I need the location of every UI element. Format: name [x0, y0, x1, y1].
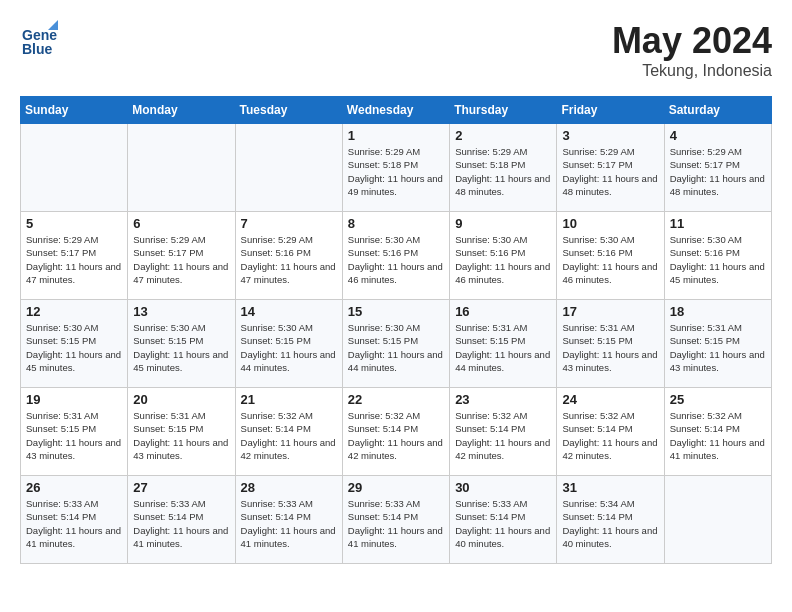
- calendar-cell: 7Sunrise: 5:29 AM Sunset: 5:16 PM Daylig…: [235, 212, 342, 300]
- day-number: 11: [670, 216, 766, 231]
- calendar-cell: 3Sunrise: 5:29 AM Sunset: 5:17 PM Daylig…: [557, 124, 664, 212]
- day-number: 7: [241, 216, 337, 231]
- day-number: 17: [562, 304, 658, 319]
- day-info: Sunrise: 5:29 AM Sunset: 5:17 PM Dayligh…: [562, 145, 658, 198]
- header-cell-tuesday: Tuesday: [235, 97, 342, 124]
- day-number: 21: [241, 392, 337, 407]
- day-info: Sunrise: 5:32 AM Sunset: 5:14 PM Dayligh…: [348, 409, 444, 462]
- day-info: Sunrise: 5:29 AM Sunset: 5:18 PM Dayligh…: [455, 145, 551, 198]
- day-info: Sunrise: 5:31 AM Sunset: 5:15 PM Dayligh…: [26, 409, 122, 462]
- day-info: Sunrise: 5:33 AM Sunset: 5:14 PM Dayligh…: [26, 497, 122, 550]
- location: Tekung, Indonesia: [612, 62, 772, 80]
- day-number: 18: [670, 304, 766, 319]
- day-info: Sunrise: 5:30 AM Sunset: 5:15 PM Dayligh…: [133, 321, 229, 374]
- day-info: Sunrise: 5:29 AM Sunset: 5:17 PM Dayligh…: [133, 233, 229, 286]
- title-block: May 2024 Tekung, Indonesia: [612, 20, 772, 80]
- logo-icon: General Blue: [20, 20, 58, 58]
- calendar-cell: 20Sunrise: 5:31 AM Sunset: 5:15 PM Dayli…: [128, 388, 235, 476]
- day-number: 26: [26, 480, 122, 495]
- day-number: 30: [455, 480, 551, 495]
- calendar-week-1: 1Sunrise: 5:29 AM Sunset: 5:18 PM Daylig…: [21, 124, 772, 212]
- day-info: Sunrise: 5:30 AM Sunset: 5:16 PM Dayligh…: [670, 233, 766, 286]
- day-info: Sunrise: 5:33 AM Sunset: 5:14 PM Dayligh…: [241, 497, 337, 550]
- day-info: Sunrise: 5:29 AM Sunset: 5:17 PM Dayligh…: [670, 145, 766, 198]
- calendar-cell: 6Sunrise: 5:29 AM Sunset: 5:17 PM Daylig…: [128, 212, 235, 300]
- calendar-cell: 11Sunrise: 5:30 AM Sunset: 5:16 PM Dayli…: [664, 212, 771, 300]
- day-info: Sunrise: 5:30 AM Sunset: 5:16 PM Dayligh…: [562, 233, 658, 286]
- calendar-cell: 14Sunrise: 5:30 AM Sunset: 5:15 PM Dayli…: [235, 300, 342, 388]
- day-info: Sunrise: 5:29 AM Sunset: 5:16 PM Dayligh…: [241, 233, 337, 286]
- day-number: 16: [455, 304, 551, 319]
- calendar-cell: 5Sunrise: 5:29 AM Sunset: 5:17 PM Daylig…: [21, 212, 128, 300]
- day-number: 22: [348, 392, 444, 407]
- calendar-cell: 24Sunrise: 5:32 AM Sunset: 5:14 PM Dayli…: [557, 388, 664, 476]
- day-info: Sunrise: 5:33 AM Sunset: 5:14 PM Dayligh…: [455, 497, 551, 550]
- day-number: 25: [670, 392, 766, 407]
- day-number: 9: [455, 216, 551, 231]
- page-header: General Blue May 2024 Tekung, Indonesia: [20, 20, 772, 80]
- day-number: 4: [670, 128, 766, 143]
- day-info: Sunrise: 5:30 AM Sunset: 5:15 PM Dayligh…: [241, 321, 337, 374]
- calendar-cell: 13Sunrise: 5:30 AM Sunset: 5:15 PM Dayli…: [128, 300, 235, 388]
- calendar-cell: 18Sunrise: 5:31 AM Sunset: 5:15 PM Dayli…: [664, 300, 771, 388]
- calendar-cell: 23Sunrise: 5:32 AM Sunset: 5:14 PM Dayli…: [450, 388, 557, 476]
- calendar-cell: 4Sunrise: 5:29 AM Sunset: 5:17 PM Daylig…: [664, 124, 771, 212]
- day-info: Sunrise: 5:34 AM Sunset: 5:14 PM Dayligh…: [562, 497, 658, 550]
- day-number: 20: [133, 392, 229, 407]
- day-info: Sunrise: 5:32 AM Sunset: 5:14 PM Dayligh…: [241, 409, 337, 462]
- calendar-cell: 9Sunrise: 5:30 AM Sunset: 5:16 PM Daylig…: [450, 212, 557, 300]
- calendar-cell: 28Sunrise: 5:33 AM Sunset: 5:14 PM Dayli…: [235, 476, 342, 564]
- day-number: 29: [348, 480, 444, 495]
- day-number: 28: [241, 480, 337, 495]
- day-info: Sunrise: 5:30 AM Sunset: 5:15 PM Dayligh…: [348, 321, 444, 374]
- day-number: 23: [455, 392, 551, 407]
- day-number: 31: [562, 480, 658, 495]
- day-info: Sunrise: 5:30 AM Sunset: 5:15 PM Dayligh…: [26, 321, 122, 374]
- day-info: Sunrise: 5:32 AM Sunset: 5:14 PM Dayligh…: [670, 409, 766, 462]
- day-info: Sunrise: 5:31 AM Sunset: 5:15 PM Dayligh…: [455, 321, 551, 374]
- calendar-cell: [664, 476, 771, 564]
- calendar-cell: 29Sunrise: 5:33 AM Sunset: 5:14 PM Dayli…: [342, 476, 449, 564]
- calendar-cell: 30Sunrise: 5:33 AM Sunset: 5:14 PM Dayli…: [450, 476, 557, 564]
- day-info: Sunrise: 5:30 AM Sunset: 5:16 PM Dayligh…: [348, 233, 444, 286]
- calendar-cell: [128, 124, 235, 212]
- header-cell-sunday: Sunday: [21, 97, 128, 124]
- calendar-cell: 25Sunrise: 5:32 AM Sunset: 5:14 PM Dayli…: [664, 388, 771, 476]
- day-info: Sunrise: 5:29 AM Sunset: 5:17 PM Dayligh…: [26, 233, 122, 286]
- day-number: 27: [133, 480, 229, 495]
- logo: General Blue: [20, 20, 62, 58]
- day-info: Sunrise: 5:30 AM Sunset: 5:16 PM Dayligh…: [455, 233, 551, 286]
- day-number: 19: [26, 392, 122, 407]
- calendar-cell: 10Sunrise: 5:30 AM Sunset: 5:16 PM Dayli…: [557, 212, 664, 300]
- header-cell-friday: Friday: [557, 97, 664, 124]
- day-info: Sunrise: 5:29 AM Sunset: 5:18 PM Dayligh…: [348, 145, 444, 198]
- calendar-cell: 27Sunrise: 5:33 AM Sunset: 5:14 PM Dayli…: [128, 476, 235, 564]
- calendar-week-5: 26Sunrise: 5:33 AM Sunset: 5:14 PM Dayli…: [21, 476, 772, 564]
- day-number: 2: [455, 128, 551, 143]
- calendar-week-2: 5Sunrise: 5:29 AM Sunset: 5:17 PM Daylig…: [21, 212, 772, 300]
- day-info: Sunrise: 5:31 AM Sunset: 5:15 PM Dayligh…: [670, 321, 766, 374]
- day-number: 8: [348, 216, 444, 231]
- header-cell-monday: Monday: [128, 97, 235, 124]
- day-number: 6: [133, 216, 229, 231]
- calendar-cell: 15Sunrise: 5:30 AM Sunset: 5:15 PM Dayli…: [342, 300, 449, 388]
- calendar-week-3: 12Sunrise: 5:30 AM Sunset: 5:15 PM Dayli…: [21, 300, 772, 388]
- calendar-table: SundayMondayTuesdayWednesdayThursdayFrid…: [20, 96, 772, 564]
- calendar-cell: [235, 124, 342, 212]
- calendar-cell: 8Sunrise: 5:30 AM Sunset: 5:16 PM Daylig…: [342, 212, 449, 300]
- day-number: 1: [348, 128, 444, 143]
- day-number: 12: [26, 304, 122, 319]
- day-number: 10: [562, 216, 658, 231]
- calendar-body: 1Sunrise: 5:29 AM Sunset: 5:18 PM Daylig…: [21, 124, 772, 564]
- day-number: 3: [562, 128, 658, 143]
- day-info: Sunrise: 5:31 AM Sunset: 5:15 PM Dayligh…: [133, 409, 229, 462]
- day-number: 24: [562, 392, 658, 407]
- day-number: 15: [348, 304, 444, 319]
- day-info: Sunrise: 5:33 AM Sunset: 5:14 PM Dayligh…: [348, 497, 444, 550]
- day-number: 13: [133, 304, 229, 319]
- calendar-cell: [21, 124, 128, 212]
- calendar-cell: 1Sunrise: 5:29 AM Sunset: 5:18 PM Daylig…: [342, 124, 449, 212]
- day-info: Sunrise: 5:31 AM Sunset: 5:15 PM Dayligh…: [562, 321, 658, 374]
- day-number: 5: [26, 216, 122, 231]
- calendar-cell: 17Sunrise: 5:31 AM Sunset: 5:15 PM Dayli…: [557, 300, 664, 388]
